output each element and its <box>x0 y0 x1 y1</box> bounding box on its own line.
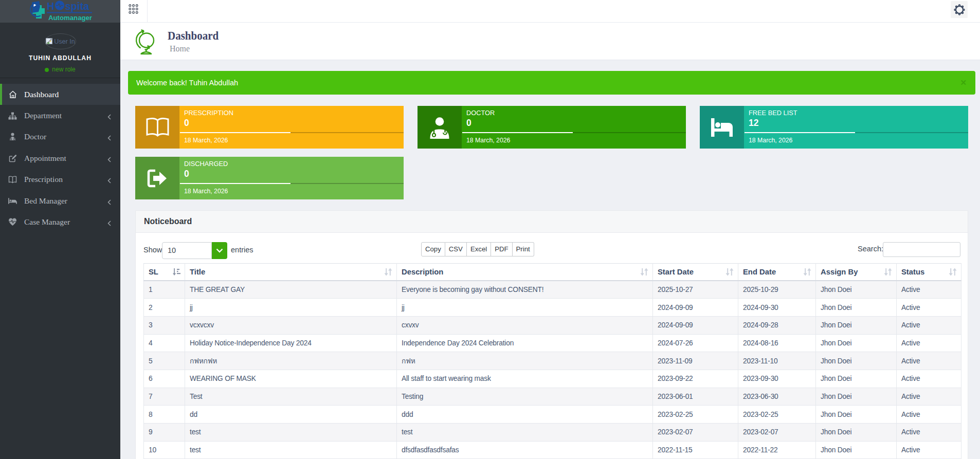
svg-text:Automanager: Automanager <box>48 14 92 22</box>
svg-text:spita: spita <box>65 1 90 12</box>
svg-text:H: H <box>47 1 54 12</box>
